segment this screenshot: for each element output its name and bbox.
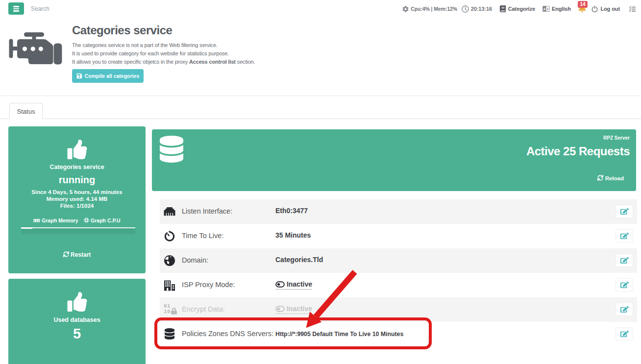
svg-text:A: A xyxy=(543,7,545,11)
svg-text:Z: Z xyxy=(547,7,549,11)
